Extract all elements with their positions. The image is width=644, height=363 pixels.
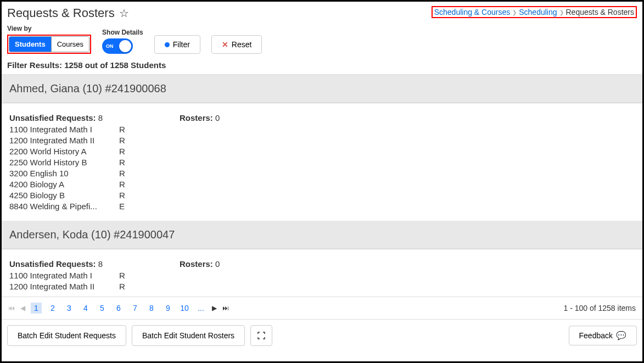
viewby-segmented-control: Students Courses [9,36,89,52]
rosters-label: Rosters: [180,259,213,269]
breadcrumb-scheduling[interactable]: Scheduling [519,8,557,16]
request-course: 1100 Integrated Math I [9,125,119,134]
batch-edit-requests-button[interactable]: Batch Edit Student Requests [7,325,126,346]
showdetails-label: Show Details [102,29,143,36]
request-course: 1200 Integrated Math II [9,136,119,145]
request-type: R [119,136,130,145]
request-type: R [119,282,130,291]
request-type: R [119,180,130,189]
request-course: 1100 Integrated Math I [9,271,119,280]
pager-summary: 1 - 100 of 1258 items [563,304,636,312]
request-course: 4250 Biology B [9,191,119,200]
request-course: 8840 Welding & Pipefi... [9,202,119,211]
close-icon: ✕ [222,40,228,49]
page-number[interactable]: 10 [179,304,190,312]
pagination: ⏮ ◀ 1 2 3 4 5 6 7 8 9 10 ... ▶ ⏭ [8,303,229,314]
page-title: Requests & Rosters [7,6,115,20]
request-type: R [119,147,130,156]
pager-first-icon[interactable]: ⏮ [8,304,15,312]
unsatisfied-requests-count: 8 [98,259,103,269]
request-course: 2200 World History A [9,147,119,156]
feedback-button[interactable]: Feedback 💬 [569,326,637,345]
page-number[interactable]: 3 [64,304,75,312]
breadcrumb: Scheduling & Courses ❯ Scheduling ❯ Requ… [432,6,637,18]
pager-last-icon[interactable]: ⏭ [222,304,229,312]
viewby-students-button[interactable]: Students [9,37,51,52]
batch-edit-rosters-button[interactable]: Batch Edit Student Rosters [132,325,245,346]
speech-bubble-icon: 💬 [616,331,626,340]
unsatisfied-requests-label: Unsatisfied Requests: [9,113,96,122]
page-number[interactable]: 4 [80,304,91,312]
showdetails-toggle[interactable]: ON [102,38,133,54]
rosters-label: Rosters: [180,113,213,122]
breadcrumb-current: Requests & Rosters [566,8,635,16]
filter-indicator-icon [165,42,170,47]
toggle-knob [119,40,131,52]
request-type: R [119,125,130,134]
students-list: Ahmed, Giana (10) #241900068 Unsatisfied… [2,74,642,297]
page-number[interactable]: 5 [97,304,108,312]
fullscreen-icon [257,332,265,339]
page-number[interactable]: 9 [163,304,173,312]
pager-prev-icon[interactable]: ◀ [20,304,25,312]
filter-button-label: Filter [173,40,190,49]
request-type: R [119,169,130,178]
request-type: E [119,202,130,211]
fullscreen-button[interactable] [250,325,272,346]
viewby-label: View by [7,25,91,32]
favorite-star-icon[interactable]: ☆ [119,7,129,20]
unsatisfied-requests-count: 8 [98,113,103,122]
page-number[interactable]: 7 [130,304,141,312]
page-number[interactable]: 8 [146,304,157,312]
feedback-button-label: Feedback [579,331,613,340]
page-ellipsis[interactable]: ... [195,304,206,312]
unsatisfied-requests-label: Unsatisfied Requests: [9,259,96,269]
student-header[interactable]: Ahmed, Giana (10) #241900068 [2,75,642,103]
breadcrumb-scheduling-courses[interactable]: Scheduling & Courses [434,8,511,16]
request-course: 2250 World History B [9,158,119,167]
page-number[interactable]: 1 [31,303,42,314]
request-course: 4200 Biology A [9,180,119,189]
page-number[interactable]: 6 [113,304,124,312]
pager-next-icon[interactable]: ▶ [212,304,217,312]
filter-results-text: Filter Results: 1258 out of 1258 Student… [2,58,642,74]
rosters-count: 0 [215,113,220,122]
request-course: 3200 English 10 [9,169,119,178]
viewby-courses-button[interactable]: Courses [51,37,89,52]
rosters-count: 0 [215,259,220,269]
chevron-right-icon: ❯ [559,9,564,15]
page-number[interactable]: 2 [47,304,58,312]
request-type: R [119,158,130,167]
request-course: 1200 Integrated Math II [9,282,119,291]
toggle-on-label: ON [106,43,114,49]
filter-button[interactable]: Filter [154,35,200,54]
student-header[interactable]: Andersen, Koda (10) #241900047 [2,221,642,249]
chevron-right-icon: ❯ [512,9,517,15]
request-type: R [119,271,130,280]
reset-button[interactable]: ✕ Reset [211,35,262,54]
request-type: R [119,191,130,200]
reset-button-label: Reset [232,40,252,49]
